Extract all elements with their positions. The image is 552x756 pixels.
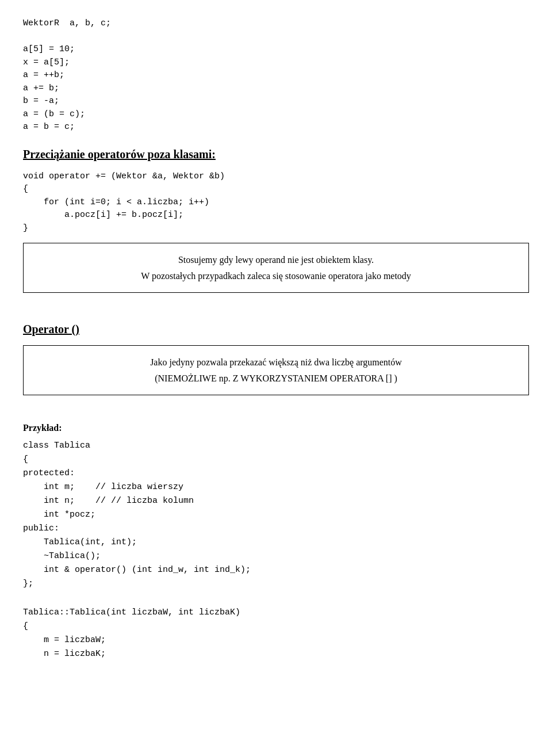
info-box-2-line2: (NIEMOŻLIWE np. Z WYKORZYSTANIEM OPERATO…: [35, 371, 517, 386]
code-block-2: void operator += (Wektor &a, Wektor &b) …: [23, 170, 529, 235]
info-box-1-line1: Stosujemy gdy lewy operand nie jest obie…: [35, 253, 517, 268]
code-block-1: WektorR a, b, c; a[5] = 10; x = a[5]; a …: [23, 17, 529, 134]
code-block-4: Tablica::Tablica(int liczbaW, int liczba…: [23, 606, 529, 661]
info-box-1: Stosujemy gdy lewy operand nie jest obie…: [23, 243, 529, 293]
label-przyklad: Przykład:: [23, 423, 529, 433]
heading-przeciazanie: Przeciążanie operatorów poza klasami:: [23, 148, 529, 161]
code-block-3: class Tablica { protected: int m; // lic…: [23, 439, 529, 591]
info-box-1-line2: W pozostałych przypadkach zaleca się sto…: [35, 269, 517, 284]
info-box-2: Jako jedyny pozwala przekazać większą ni…: [23, 345, 529, 395]
page-content: WektorR a, b, c; a[5] = 10; x = a[5]; a …: [23, 17, 529, 661]
heading-operator: Operator (): [23, 323, 529, 336]
info-box-2-line1: Jako jedyny pozwala przekazać większą ni…: [35, 355, 517, 370]
